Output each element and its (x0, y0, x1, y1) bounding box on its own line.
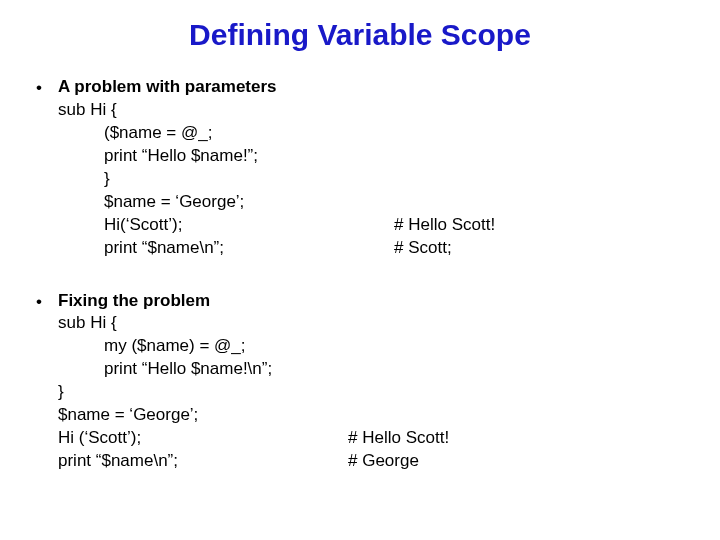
slide-content: • A problem with parameters sub Hi { ($n… (0, 76, 720, 473)
code-comment: # Hello Scott! (348, 427, 720, 450)
code-line: sub Hi { (58, 312, 720, 335)
section1-heading: A problem with parameters (58, 76, 720, 99)
code-comment: # Scott; (394, 237, 720, 260)
code-line: Hi(‘Scott’); (104, 214, 394, 237)
section-problem: • A problem with parameters sub Hi { ($n… (36, 76, 720, 260)
code-line: } (58, 381, 720, 404)
code-comment: # George (348, 450, 720, 473)
code-line: $name = ‘George’; (58, 191, 720, 214)
code-line: print “Hello $name!”; (58, 145, 720, 168)
code-line: $name = ‘George’; (58, 404, 720, 427)
slide-title: Defining Variable Scope (0, 18, 720, 52)
code-line: print “Hello $name!\n”; (58, 358, 720, 381)
bullet-icon: • (36, 290, 58, 314)
code-line: print “$name\n”; (58, 450, 348, 473)
code-line: sub Hi { (58, 99, 720, 122)
section-fix: • Fixing the problem sub Hi { my ($name)… (36, 290, 720, 474)
code-line: Hi (‘Scott’); (58, 427, 348, 450)
code-comment: # Hello Scott! (394, 214, 720, 237)
code-line: print “$name\n”; (104, 237, 394, 260)
code-line: } (58, 168, 720, 191)
code-line: ($name = @_; (58, 122, 720, 145)
bullet-icon: • (36, 76, 58, 100)
section2-heading: Fixing the problem (58, 290, 720, 313)
code-line: my ($name) = @_; (58, 335, 720, 358)
